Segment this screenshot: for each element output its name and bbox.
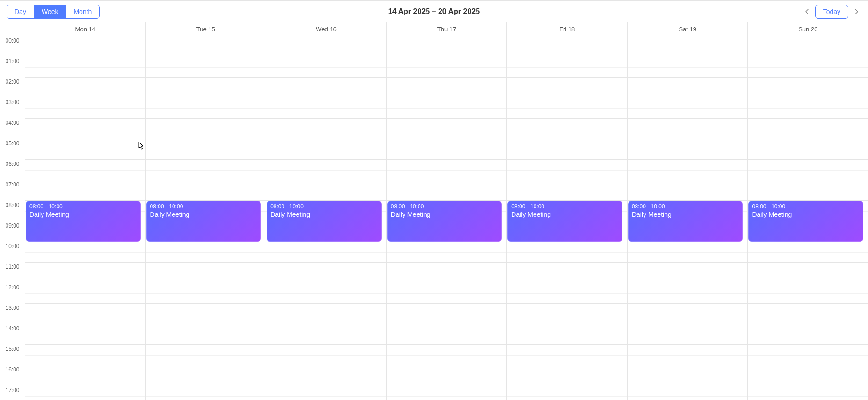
time-slot[interactable] [507, 57, 627, 78]
time-slot[interactable] [146, 180, 266, 201]
time-slot[interactable] [25, 242, 145, 263]
day-column[interactable]: 08:00 - 10:00Daily Meeting [266, 36, 387, 400]
time-slot[interactable] [748, 98, 868, 119]
calendar-event[interactable]: 08:00 - 10:00Daily Meeting [387, 201, 502, 242]
time-slot[interactable] [387, 283, 507, 304]
time-slot[interactable] [507, 283, 627, 304]
time-slot[interactable] [507, 345, 627, 365]
time-slot[interactable] [266, 180, 386, 201]
time-slot[interactable] [507, 304, 627, 324]
time-slot[interactable] [25, 36, 145, 57]
time-slot[interactable] [387, 304, 507, 324]
time-slot[interactable] [507, 365, 627, 386]
calendar-event[interactable]: 08:00 - 10:00Daily Meeting [748, 201, 863, 242]
time-slot[interactable] [748, 36, 868, 57]
time-slot[interactable] [628, 139, 748, 160]
time-slot[interactable] [25, 139, 145, 160]
time-slot[interactable] [266, 263, 386, 283]
time-slot[interactable] [507, 160, 627, 180]
time-slot[interactable] [628, 242, 748, 263]
time-slot[interactable] [507, 98, 627, 119]
day-column[interactable]: 08:00 - 10:00Daily Meeting [146, 36, 267, 400]
time-slot[interactable] [266, 386, 386, 400]
time-slot[interactable] [748, 283, 868, 304]
time-slot[interactable] [146, 283, 266, 304]
time-slot[interactable] [628, 98, 748, 119]
time-slot[interactable] [748, 324, 868, 345]
time-slot[interactable] [146, 345, 266, 365]
calendar-event[interactable]: 08:00 - 10:00Daily Meeting [507, 201, 622, 242]
view-week-button[interactable]: Week [34, 5, 66, 18]
time-slot[interactable] [387, 263, 507, 283]
time-slot[interactable] [748, 386, 868, 400]
time-slot[interactable] [748, 263, 868, 283]
time-slot[interactable] [266, 98, 386, 119]
time-slot[interactable] [387, 139, 507, 160]
time-slot[interactable] [387, 324, 507, 345]
time-slot[interactable] [25, 324, 145, 345]
time-slot[interactable] [507, 78, 627, 98]
time-slot[interactable] [146, 304, 266, 324]
time-slot[interactable] [628, 119, 748, 139]
time-slot[interactable] [628, 304, 748, 324]
time-slot[interactable] [266, 365, 386, 386]
time-slot[interactable] [266, 78, 386, 98]
time-slot[interactable] [25, 263, 145, 283]
time-slot[interactable] [146, 98, 266, 119]
time-slot[interactable] [628, 36, 748, 57]
time-slot[interactable] [748, 304, 868, 324]
time-slot[interactable] [387, 98, 507, 119]
day-column[interactable]: 08:00 - 10:00Daily Meeting [507, 36, 628, 400]
time-slot[interactable] [387, 36, 507, 57]
time-slot[interactable] [507, 36, 627, 57]
time-slot[interactable] [146, 242, 266, 263]
time-slot[interactable] [507, 119, 627, 139]
time-slot[interactable] [25, 180, 145, 201]
time-slot[interactable] [748, 242, 868, 263]
calendar-event[interactable]: 08:00 - 10:00Daily Meeting [146, 201, 261, 242]
time-slot[interactable] [25, 345, 145, 365]
today-button[interactable]: Today [815, 5, 848, 19]
time-slot[interactable] [146, 36, 266, 57]
time-slot[interactable] [25, 98, 145, 119]
time-slot[interactable] [25, 283, 145, 304]
time-slot[interactable] [387, 119, 507, 139]
view-day-button[interactable]: Day [7, 5, 34, 18]
time-slot[interactable] [507, 263, 627, 283]
time-slot[interactable] [146, 78, 266, 98]
time-slot[interactable] [507, 180, 627, 201]
time-slot[interactable] [628, 57, 748, 78]
time-slot[interactable] [387, 180, 507, 201]
time-slot[interactable] [628, 386, 748, 400]
time-slot[interactable] [628, 365, 748, 386]
day-column[interactable]: 08:00 - 10:00Daily Meeting [25, 36, 146, 400]
time-slot[interactable] [507, 139, 627, 160]
time-slot[interactable] [387, 78, 507, 98]
time-slot[interactable] [507, 386, 627, 400]
day-column[interactable]: 08:00 - 10:00Daily Meeting [387, 36, 507, 400]
time-slot[interactable] [507, 242, 627, 263]
time-slot[interactable] [628, 263, 748, 283]
time-slot[interactable] [748, 345, 868, 365]
next-week-button[interactable] [851, 5, 861, 19]
time-slot[interactable] [387, 160, 507, 180]
time-slot[interactable] [146, 139, 266, 160]
time-slot[interactable] [25, 78, 145, 98]
time-slot[interactable] [146, 160, 266, 180]
time-slot[interactable] [266, 36, 386, 57]
time-slot[interactable] [266, 283, 386, 304]
time-slot[interactable] [146, 386, 266, 400]
time-slot[interactable] [266, 139, 386, 160]
time-slot[interactable] [146, 119, 266, 139]
time-slot[interactable] [146, 263, 266, 283]
time-slot[interactable] [748, 139, 868, 160]
time-slot[interactable] [146, 57, 266, 78]
calendar-event[interactable]: 08:00 - 10:00Daily Meeting [628, 201, 743, 242]
time-slot[interactable] [628, 180, 748, 201]
day-column[interactable]: 08:00 - 10:00Daily Meeting [748, 36, 868, 400]
time-slot[interactable] [25, 304, 145, 324]
time-slot[interactable] [748, 160, 868, 180]
time-slot[interactable] [266, 57, 386, 78]
time-slot[interactable] [266, 119, 386, 139]
time-slot[interactable] [628, 345, 748, 365]
